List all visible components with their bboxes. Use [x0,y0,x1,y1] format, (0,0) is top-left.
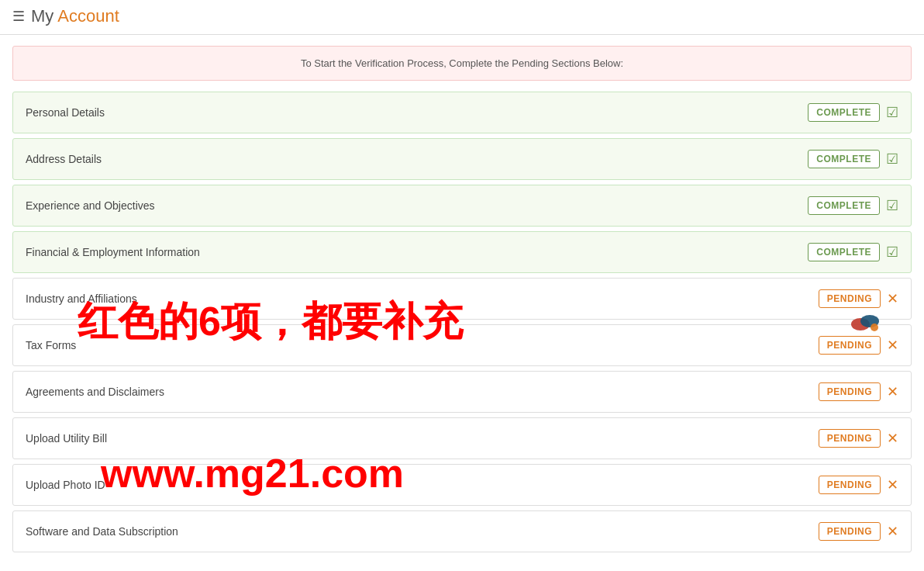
section-row-6[interactable]: Agreements and DisclaimersPENDING✕ [12,371,912,413]
section-label-6: Agreements and Disclaimers [26,386,164,398]
section-label-3: Financial & Employment Information [26,246,200,258]
section-row-8[interactable]: Upload Photo IDPENDING✕ [12,464,912,506]
x-icon-4: ✕ [887,290,898,307]
section-right-8: PENDING✕ [819,476,898,494]
section-label-8: Upload Photo ID [26,479,105,491]
section-badge-1[interactable]: COMPLETE [808,150,880,168]
check-icon-0: ☑ [886,104,898,121]
main-content: To Start the Verification Process, Compl… [0,35,924,568]
section-badge-3[interactable]: COMPLETE [808,243,880,261]
section-row-5[interactable]: Tax FormsPENDING✕ [12,324,912,366]
section-right-1: COMPLETE☑ [808,150,898,168]
x-icon-5: ✕ [887,337,898,354]
section-badge-9[interactable]: PENDING [819,522,881,541]
section-right-4: PENDING✕ [819,289,898,308]
check-icon-3: ☑ [886,244,898,261]
check-icon-1: ☑ [886,151,898,168]
sections-list: Personal DetailsCOMPLETE☑Address Details… [12,92,912,552]
section-right-5: PENDING✕ [819,336,898,355]
page-header: ☰ My Account [0,0,924,35]
section-badge-8[interactable]: PENDING [819,476,881,494]
section-row-1[interactable]: Address DetailsCOMPLETE☑ [12,138,912,180]
header-title-account: Account [57,6,119,26]
x-icon-7: ✕ [887,430,898,447]
section-right-2: COMPLETE☑ [808,196,898,215]
notification-text: To Start the Verification Process, Compl… [301,57,623,69]
section-badge-0[interactable]: COMPLETE [808,103,880,122]
section-row-9[interactable]: Software and Data SubscriptionPENDING✕ [12,510,912,552]
section-label-7: Upload Utility Bill [26,432,107,445]
section-row-2[interactable]: Experience and ObjectivesCOMPLETE☑ [12,185,912,227]
x-icon-8: ✕ [887,476,898,493]
section-right-3: COMPLETE☑ [808,243,898,261]
section-right-6: PENDING✕ [819,382,898,401]
section-label-1: Address Details [26,153,102,165]
section-badge-2[interactable]: COMPLETE [808,196,880,215]
menu-icon: ☰ [12,8,25,25]
section-label-2: Experience and Objectives [26,199,155,212]
section-badge-6[interactable]: PENDING [819,382,881,401]
section-row-3[interactable]: Financial & Employment InformationCOMPLE… [12,231,912,273]
header-title-my: My [31,6,53,26]
x-icon-6: ✕ [887,383,898,400]
section-label-0: Personal Details [26,106,105,119]
section-right-9: PENDING✕ [819,522,898,541]
notification-bar: To Start the Verification Process, Compl… [12,46,912,81]
check-icon-2: ☑ [886,197,898,214]
section-label-4: Industry and Affiliations [26,292,137,305]
section-right-0: COMPLETE☑ [808,103,898,122]
section-row-0[interactable]: Personal DetailsCOMPLETE☑ [12,92,912,133]
section-badge-4[interactable]: PENDING [819,289,881,308]
section-label-9: Software and Data Subscription [26,525,178,538]
section-badge-7[interactable]: PENDING [819,429,881,448]
section-badge-5[interactable]: PENDING [819,336,881,355]
section-label-5: Tax Forms [26,339,76,351]
section-row-4[interactable]: Industry and AffiliationsPENDING✕ [12,278,912,320]
x-icon-9: ✕ [887,523,898,540]
section-row-7[interactable]: Upload Utility BillPENDING✕ [12,417,912,459]
section-right-7: PENDING✕ [819,429,898,448]
